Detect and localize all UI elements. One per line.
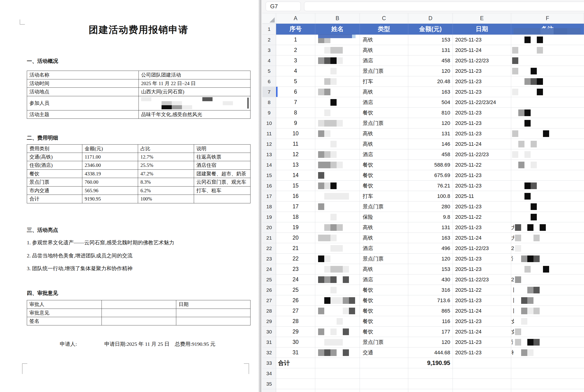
select-all-corner[interactable] <box>262 13 276 24</box>
cell-e26[interactable]: 2025-11-22 <box>453 285 511 295</box>
expense-cell[interactable]: 8.3% <box>138 178 194 186</box>
cell-d26[interactable]: 316 <box>408 285 453 295</box>
cell-b35[interactable] <box>315 379 360 389</box>
cell-d10[interactable]: 120 <box>408 118 453 128</box>
cell-f17[interactable] <box>511 191 584 202</box>
row-header-15[interactable]: 15 <box>262 170 276 180</box>
cell-a3[interactable]: 2 <box>276 45 315 56</box>
cell-d7[interactable]: 163 <box>408 87 453 97</box>
cell-e15[interactable]: 2025-11-23 <box>453 170 511 180</box>
cell-a5[interactable]: 4 <box>276 66 315 76</box>
row-header-32[interactable]: 32 <box>262 348 276 358</box>
cell-e36[interactable] <box>453 389 511 392</box>
cell-a10[interactable]: 9 <box>276 118 315 128</box>
row-header-35[interactable]: 35 <box>262 379 276 389</box>
cell-e23[interactable]: 2025-11-23 <box>453 254 511 264</box>
expense-cell[interactable]: 酒店住宿 <box>194 161 250 170</box>
cell-b8[interactable] <box>315 97 360 108</box>
cell-d36[interactable] <box>408 389 453 392</box>
cell-e30[interactable]: 2025-11-24 <box>453 326 511 337</box>
cell-d23[interactable]: 120 <box>408 254 453 264</box>
expense-cell[interactable]: 往返高铁票 <box>194 153 250 161</box>
cell-b14[interactable] <box>315 160 360 170</box>
cell-a17[interactable]: 16 <box>276 191 315 202</box>
cell-b29[interactable] <box>315 316 360 326</box>
row-header-27[interactable]: 27 <box>262 295 276 306</box>
cell-c2[interactable]: 高铁 <box>360 34 408 45</box>
expense-cell[interactable]: 团建聚餐、超市、奶茶 <box>194 170 250 178</box>
footer-total-cost[interactable]: 总费用:9190.95 元 <box>175 340 215 348</box>
formula-bar[interactable] <box>304 2 584 11</box>
cell-b6[interactable] <box>315 76 360 87</box>
cell-e4[interactable]: 2025-11-22/23 <box>453 56 511 66</box>
cell-b28[interactable] <box>315 306 360 316</box>
cell-a27[interactable]: 26 <box>276 295 315 306</box>
cell-a32[interactable]: 31 <box>276 348 315 358</box>
cell-a29[interactable]: 28 <box>276 316 315 326</box>
row-header-3[interactable]: 3 <box>262 45 276 56</box>
cell-c36[interactable] <box>360 389 408 392</box>
row-header-34[interactable]: 34 <box>262 368 276 379</box>
cell-b11[interactable] <box>315 128 360 139</box>
cell-e5[interactable]: 2025-11-23 <box>453 66 511 76</box>
cell-b30[interactable] <box>315 326 360 337</box>
cell-e21[interactable]: 2025-11-24 <box>453 233 511 243</box>
cell-e32[interactable]: 2025-11-23 <box>453 348 511 358</box>
cell-b20[interactable] <box>315 222 360 233</box>
cell-b33[interactable] <box>315 358 360 368</box>
cell-c29[interactable]: 餐饮 <box>360 316 408 326</box>
cell-f29[interactable]: 女 <box>511 316 584 326</box>
cell-f30[interactable]: 女 <box>511 326 584 337</box>
cell-a7[interactable]: 6 <box>276 87 315 97</box>
cell-d14[interactable]: 588.69 <box>408 160 453 170</box>
cell-d20[interactable]: 131 <box>408 222 453 233</box>
expense-cell[interactable]: 餐饮 <box>27 170 82 178</box>
expense-cell[interactable]: 565.96 <box>82 186 138 194</box>
cell-e19[interactable]: 2025-11-22 <box>453 212 511 222</box>
cell-f19[interactable] <box>511 212 584 222</box>
cell-d17[interactable]: 100.8 <box>408 191 453 202</box>
cell-f36[interactable] <box>511 389 584 392</box>
cell-b32[interactable] <box>315 348 360 358</box>
expense-cell[interactable]: 760.00 <box>82 178 138 186</box>
overview-value[interactable]: 2025 年 11 月 22 日–24 日 <box>139 79 250 88</box>
cell-f14[interactable] <box>511 160 584 170</box>
row-header-9[interactable]: 9 <box>262 108 276 118</box>
cell-b36[interactable] <box>315 389 360 392</box>
cell-a21[interactable]: 20 <box>276 233 315 243</box>
header-cell-f[interactable]: 备注 <box>511 24 584 34</box>
row-header-31[interactable]: 31 <box>262 337 276 348</box>
approval-cell[interactable] <box>176 317 250 326</box>
row-header-23[interactable]: 23 <box>262 254 276 264</box>
highlight-item[interactable]: 3. 团队统一行动,增强了集体凝聚力和协作精神 <box>27 265 250 272</box>
expense-cell[interactable]: 交通(高铁) <box>27 153 82 161</box>
cell-c17[interactable]: 打车 <box>360 191 408 202</box>
cell-f10[interactable] <box>511 118 584 128</box>
row-header-28[interactable]: 28 <box>262 306 276 316</box>
cell-d11[interactable]: 131 <box>408 128 453 139</box>
expense-cell[interactable]: 12.7% <box>138 153 194 161</box>
cell-f6[interactable] <box>511 76 584 87</box>
cell-d21[interactable]: 163 <box>408 233 453 243</box>
cell-e18[interactable]: 2025-11-23 <box>453 202 511 212</box>
cell-f18[interactable] <box>511 202 584 212</box>
column-header-b[interactable]: B <box>315 13 360 24</box>
cell-e14[interactable]: 2025-11-22 <box>453 160 511 170</box>
cell-f4[interactable] <box>511 56 584 66</box>
cell-c9[interactable]: 餐饮 <box>360 108 408 118</box>
cell-a33[interactable]: 合计 <box>276 358 315 368</box>
expense-cell[interactable]: 打车、租车 <box>194 186 250 194</box>
cell-e22[interactable]: 2025-11-22/23 <box>453 243 511 254</box>
cell-e3[interactable]: 2025-11-24 <box>453 45 511 56</box>
cell-a34[interactable] <box>276 368 315 379</box>
cell-b16[interactable] <box>315 180 360 191</box>
cell-b3[interactable] <box>315 45 360 56</box>
cell-e9[interactable]: 2025-11-23 <box>453 108 511 118</box>
expense-cell[interactable]: 25.5% <box>138 161 194 170</box>
cell-c28[interactable]: 餐饮 <box>360 306 408 316</box>
expense-header-cell[interactable]: 说明 <box>194 144 250 153</box>
cell-a11[interactable]: 10 <box>276 128 315 139</box>
cell-c18[interactable]: 景点门票 <box>360 202 408 212</box>
expense-cell[interactable]: 1171.00 <box>82 153 138 161</box>
row-header-19[interactable]: 19 <box>262 212 276 222</box>
